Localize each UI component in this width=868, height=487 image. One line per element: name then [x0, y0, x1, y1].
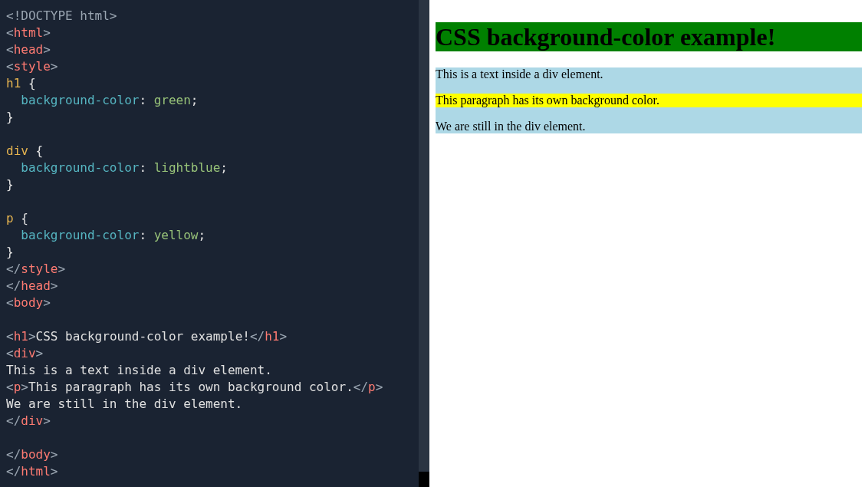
code-line — [6, 429, 423, 446]
code-line: </head> — [6, 278, 423, 295]
code-line: </html> — [6, 463, 423, 480]
preview-paragraph: This paragraph has its own background co… — [436, 94, 862, 107]
preview-div-text: We are still in the div element. — [436, 120, 586, 133]
code-line: background-color: lightblue; — [6, 160, 423, 176]
code-line: </style> — [6, 261, 423, 278]
code-line: <body> — [6, 295, 423, 311]
code-line: } — [6, 244, 423, 261]
code-line: <html> — [6, 25, 423, 41]
code-line: <p>This paragraph has its own background… — [6, 379, 423, 396]
code-line: } — [6, 109, 423, 126]
code-line: </body> — [6, 446, 423, 463]
code-line: background-color: green; — [6, 92, 423, 109]
code-line: <h1>CSS background-color example!</h1> — [6, 328, 423, 345]
scrollbar-thumb[interactable] — [419, 472, 429, 487]
code-line — [6, 126, 423, 143]
preview-div-block: This is a text inside a div element. Thi… — [436, 67, 862, 133]
code-line: div { — [6, 143, 423, 160]
code-editor-pane[interactable]: <!DOCTYPE html> <html> <head> <style> h1… — [0, 0, 429, 487]
scrollbar-track[interactable] — [419, 0, 429, 487]
code-line: <style> — [6, 58, 423, 75]
preview-pane: CSS background-color example! This is a … — [429, 0, 868, 487]
code-line: background-color: yellow; — [6, 227, 423, 244]
preview-heading: CSS background-color example! — [436, 22, 862, 51]
preview-div-text: This is a text inside a div element. — [436, 67, 603, 81]
code-line: <head> — [6, 41, 423, 58]
code-line: } — [6, 176, 423, 193]
code-line: We are still in the div element. — [6, 396, 423, 413]
code-line — [6, 311, 423, 328]
code-line: This is a text inside a div element. — [6, 362, 423, 379]
code-line: <!DOCTYPE html> — [6, 8, 423, 25]
code-line: p { — [6, 210, 423, 227]
code-line: h1 { — [6, 75, 423, 92]
code-line: <div> — [6, 345, 423, 362]
code-line — [6, 193, 423, 210]
code-line: </div> — [6, 413, 423, 429]
